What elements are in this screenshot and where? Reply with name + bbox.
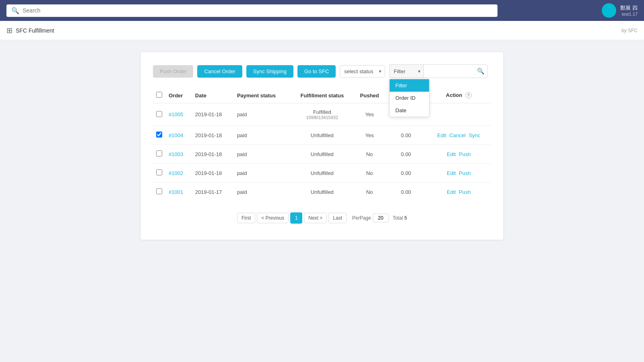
table-row: #10052019-01-18paidFulfilled109801341593… [153,103,491,126]
by-sfc-label: by SFC [621,28,638,33]
order-date-1: 2019-01-18 [192,126,234,145]
filter-search-icon: 🔍 [477,68,485,75]
total-label: Total 5 [393,215,407,221]
push-order-button[interactable]: Push Order [153,65,193,78]
table-row: #10032019-01-18paidUnfulfilledNo0.00Edit… [153,145,491,164]
user-info: 鄭展 四 test1.17 [620,4,638,16]
action-sync-1[interactable]: Sync [469,132,480,138]
filter-dropdown-menu: Filter Order ID Date [389,79,429,117]
status-select[interactable]: select status paid unpaid [340,65,385,78]
order-link-1[interactable]: #1004 [169,132,183,138]
first-page-button[interactable]: First [237,213,255,223]
user-name: 鄭展 四 [620,4,638,12]
order-date-0: 2019-01-18 [192,103,234,126]
cancel-order-button[interactable]: Cancel Order [197,65,242,78]
action-cell-1: Edit Cancel Sync [427,126,491,145]
action-push-4[interactable]: Push [459,189,471,195]
filter-option-filter[interactable]: Filter [390,79,429,92]
table-row: #10012019-01-17paidUnfulfilledNo0.00Edit… [153,183,491,202]
order-link-2[interactable]: #1003 [169,151,183,157]
fulfillment-status-2: Unfulfilled [291,145,353,164]
total-price-4: 0.00 [386,183,427,202]
app-bar-left: ⊞ SFC Fulfillment [6,26,54,35]
fulfillment-status-3: Unfulfilled [291,164,353,183]
action-edit-2[interactable]: Edit [447,151,456,157]
table-row: #10022019-01-18paidUnfulfilledNo0.00Edit… [153,164,491,183]
filter-option-orderid[interactable]: Order ID [390,92,429,104]
action-cell-4: Edit Push [427,183,491,202]
filter-option-date[interactable]: Date [390,104,429,117]
sync-shipping-button[interactable]: Sync Shipping [246,65,293,78]
action-cell-3: Edit Push [427,164,491,183]
select-all-checkbox[interactable] [156,92,162,98]
app-title: SFC Fulfillment [16,27,54,34]
pushed-status-4: No [353,183,385,202]
next-page-button[interactable]: Next > [304,213,327,223]
table-row: #10042019-01-18paidUnfulfilledYes0.00Edi… [153,126,491,145]
payment-status-2: paid [234,145,291,164]
col-action: Action ? [427,88,491,103]
user-sub: test1.17 [620,12,638,16]
search-input[interactable] [23,7,493,14]
payment-status-0: paid [234,103,291,126]
previous-page-button[interactable]: < Previous [257,213,289,223]
pushed-status-2: No [353,145,385,164]
fulfillment-status-4: Unfulfilled [291,183,353,202]
action-cell-0 [427,103,491,126]
order-date-2: 2019-01-18 [192,145,234,164]
action-help-icon[interactable]: ? [465,92,472,99]
perpage-label: PerPage [352,215,371,221]
search-bar[interactable]: 🔍 [6,4,497,17]
row-checkbox-4[interactable] [156,188,162,194]
action-edit-4[interactable]: Edit [447,189,456,195]
pushed-status-1: Yes [353,126,385,145]
fulfillment-status-1: Unfulfilled [291,126,353,145]
order-date-4: 2019-01-17 [192,183,234,202]
row-checkbox-0[interactable] [156,111,162,117]
fulfillment-status-0: Fulfilled1098013415932 [291,103,353,126]
action-edit-3[interactable]: Edit [447,170,456,176]
current-page-number[interactable]: 1 [290,212,302,224]
filter-type-select[interactable]: Filter Order ID Date [389,64,423,78]
payment-status-4: paid [234,183,291,202]
order-date-3: 2019-01-18 [192,164,234,183]
user-area: 鄭展 四 test1.17 [602,3,638,18]
col-payment-status: Payment status [234,88,291,103]
row-checkbox-3[interactable] [156,169,162,175]
action-edit-1[interactable]: Edit [437,132,446,138]
status-select-wrap: select status paid unpaid ▼ [340,65,385,78]
total-price-2: 0.00 [386,145,427,164]
app-bar: ⊞ SFC Fulfillment by SFC [0,21,644,40]
table-header-row: Order Date Payment status Fulfillment st… [153,88,491,103]
order-link-0[interactable]: #1005 [169,111,183,117]
action-cancel-1[interactable]: Cancel [449,132,465,138]
search-icon: 🔍 [11,7,19,14]
pushed-status-0: Yes [353,103,385,126]
action-push-3[interactable]: Push [459,170,471,176]
main-card: Push Order Cancel Order Sync Shipping Go… [141,52,503,240]
last-page-button[interactable]: Last [328,213,347,223]
go-to-sfc-button[interactable]: Go to SFC [297,65,336,78]
avatar [602,3,616,18]
pagination: First < Previous 1 Next > Last PerPage T… [153,212,491,224]
perpage-input[interactable] [373,214,389,222]
filter-dropdown-wrap: Filter Order ID Date ▼ Filter Order ID D… [389,64,423,78]
col-order: Order [165,88,192,103]
row-checkbox-2[interactable] [156,150,162,156]
orders-table: Order Date Payment status Fulfillment st… [153,88,491,201]
col-date: Date [192,88,234,103]
action-push-2[interactable]: Push [459,151,471,157]
row-checkbox-1[interactable] [156,132,162,138]
order-link-3[interactable]: #1002 [169,170,183,176]
total-value: 5 [404,215,407,221]
filter-input-wrap: 🔍 [423,64,488,78]
total-price-1: 0.00 [386,126,427,145]
order-link-4[interactable]: #1001 [169,189,183,195]
payment-status-3: paid [234,164,291,183]
main-content: Push Order Cancel Order Sync Shipping Go… [0,40,644,252]
fulfillment-sub-0: 1098013415932 [294,115,350,120]
col-fulfillment-status: Fulfillment status [291,88,353,103]
total-price-3: 0.00 [386,164,427,183]
toolbar: Push Order Cancel Order Sync Shipping Go… [153,64,491,78]
action-cell-2: Edit Push [427,145,491,164]
